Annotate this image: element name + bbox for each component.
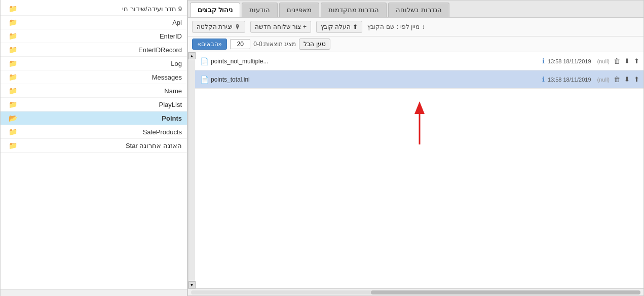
sort-field: שם הקובץ (367, 23, 394, 30)
page-size-input[interactable] (230, 39, 250, 49)
folder-icon-saleproducts: 📁 (9, 128, 17, 136)
action-icons-1: ⬆ ⬇ 🗑 (613, 57, 640, 65)
action-icons-2: ⬆ ⬇ 🗑 (613, 75, 640, 84)
file-name-2: points_total.ini (209, 76, 542, 83)
action-download-2[interactable]: ⬇ (623, 75, 631, 84)
tree-label-log: Log (17, 60, 182, 67)
bottom-scrollbar[interactable] (188, 288, 643, 295)
scroll-up-btn[interactable]: ▲ (188, 52, 196, 59)
red-arrow-svg (407, 99, 432, 150)
file-list-area: 📄 points_not_multiple... ℹ 18/11/2019 13… (188, 52, 643, 295)
folder-icon-enteridrecord: 📁 (9, 46, 17, 54)
tab-notifications[interactable]: הודעות (242, 3, 278, 17)
file-list-scroll[interactable]: 📄 points_not_multiple... ℹ 18/11/2019 13… (195, 52, 643, 288)
info-icon-2[interactable]: ℹ (542, 76, 545, 83)
action-delete-2[interactable]: 🗑 (613, 75, 621, 84)
tree-item-points[interactable]: 📂 Points (1, 112, 187, 125)
upload-label: העלה קובץ (321, 23, 351, 30)
tree-label-points: Points (17, 115, 182, 122)
file-list-inner: 📄 points_not_multiple... ℹ 18/11/2019 13… (188, 52, 643, 288)
vertical-scrollbar[interactable]: ▲ ▼ (188, 52, 195, 288)
tab-mapyenim[interactable]: מאפיינים (279, 3, 319, 17)
file-date-2: 18/11/2019 13:58 (545, 77, 594, 83)
folder-icon-api: 📁 (9, 18, 17, 26)
file-date-1: 18/11/2019 13:58 (545, 58, 594, 64)
file-null-1: (null) (594, 58, 613, 64)
tree-item-room9[interactable]: 📁 9 חדר ועידה/שידור חי (1, 2, 187, 16)
file-null-2: (null) (594, 77, 613, 83)
action-delete-1[interactable]: 🗑 (613, 57, 621, 65)
tree-item-enterid[interactable]: 📁 EnterID (1, 29, 187, 43)
tree-label-saleproducts: SaleProducts (17, 128, 182, 136)
action-share-1[interactable]: ⬆ (633, 57, 640, 65)
tree-container: 📁 9 חדר ועידה/שידור חי 📁 Api 📁 EnterID 📁… (1, 0, 187, 289)
folder-icon-star: 📁 (9, 141, 17, 150)
tree-item-enteridrecord[interactable]: 📁 EnterIDRecord (1, 43, 187, 57)
upload-button[interactable]: ⬆ העלה קובץ (316, 21, 362, 33)
upload-icon: ⬆ (353, 23, 358, 30)
info-icon-1[interactable]: ℹ (542, 57, 545, 65)
tree-item-messages[interactable]: 📁 Messages (1, 70, 187, 84)
prev-button[interactable]: «הבאים» (192, 39, 227, 50)
plus-icon: + (303, 23, 307, 30)
tree-label-api: Api (17, 19, 182, 26)
scroll-track (189, 60, 195, 280)
record-label: יצירת הקלטה (197, 23, 233, 30)
show-all-button[interactable]: טען הכל (299, 39, 330, 50)
folder-icon-log: 📁 (9, 59, 17, 67)
pagination-row: «הבאים» מציג תוצאות:0-0 טען הכל (188, 36, 643, 52)
main-panel: ניהול קבצים הודעות מאפיינים הגדרות מתקדמ… (187, 0, 644, 296)
sort-label-container: ↕ מיין לפי : שם הקובץ (367, 23, 425, 30)
results-info: מציג תוצאות:0-0 (253, 41, 296, 48)
tab-send-settings[interactable]: הגדרות בשלוחה (388, 3, 449, 17)
scroll-down-btn[interactable]: ▼ (188, 281, 196, 288)
tree-item-log[interactable]: 📁 Log (1, 57, 187, 70)
sort-text: מיין לפי (400, 23, 420, 30)
tab-bar: ניהול קבצים הודעות מאפיינים הגדרות מתקדמ… (188, 1, 643, 18)
tree-label-room9: 9 חדר ועידה/שידור חי (17, 5, 182, 13)
new-route-label: צור שלוחה חדשה (255, 23, 301, 30)
tab-file-mgmt[interactable]: ניהול קבצים (190, 3, 240, 17)
arrow-area (195, 89, 643, 160)
tree-item-saleproducts[interactable]: 📁 SaleProducts (1, 125, 187, 139)
toolbar: 🎙 יצירת הקלטה + צור שלוחה חדשה ⬆ העלה קו… (188, 18, 643, 36)
file-icon-1: 📄 (200, 57, 209, 65)
folder-icon-playlist: 📁 (9, 100, 17, 108)
h-scroll-track (191, 290, 640, 294)
tree-item-star[interactable]: 📁 האזנה אחרונה Star (1, 139, 187, 153)
tree-item-playlist[interactable]: 📁 PlayList (1, 98, 187, 112)
file-name-1: points_not_multiple... (209, 58, 542, 65)
folder-icon-room9: 📁 (9, 5, 17, 13)
folder-icon-enterid: 📁 (9, 32, 17, 40)
right-panel: 📁 9 חדר ועידה/שידור חי 📁 Api 📁 EnterID 📁… (0, 0, 187, 296)
folder-icon-points: 📂 (9, 114, 17, 122)
tree-label-enteridrecord: EnterIDRecord (17, 46, 182, 54)
folder-icon-messages: 📁 (9, 73, 17, 81)
new-route-button[interactable]: + צור שלוחה חדשה (250, 21, 311, 33)
action-share-2[interactable]: ⬆ (633, 75, 640, 84)
h-scroll-thumb (371, 290, 640, 294)
mic-icon: 🎙 (235, 23, 241, 30)
tree-label-name: Name (17, 87, 182, 95)
sort-icon: ↕ (422, 23, 425, 30)
tree-label-star: האזנה אחרונה Star (17, 142, 182, 150)
tab-advanced-settings[interactable]: הגדרות מתקדמות (321, 3, 387, 17)
panel-scrollbar[interactable] (1, 289, 187, 296)
file-row-2[interactable]: 📄 points_total.ini ℹ 18/11/2019 13:58 (n… (195, 70, 643, 89)
file-icon-2: 📄 (200, 76, 209, 84)
tree-label-messages: Messages (17, 73, 182, 81)
tree-label-playlist: PlayList (17, 101, 182, 108)
action-download-1[interactable]: ⬇ (623, 57, 631, 65)
tree-item-api[interactable]: 📁 Api (1, 16, 187, 29)
svg-marker-1 (414, 101, 425, 114)
tree-label-enterid: EnterID (17, 32, 182, 40)
folder-icon-name: 📁 (9, 87, 17, 95)
record-button[interactable]: 🎙 יצירת הקלטה (192, 21, 245, 33)
tree-item-name[interactable]: 📁 Name (1, 84, 187, 98)
sort-separator: : (397, 23, 398, 30)
file-row-1[interactable]: 📄 points_not_multiple... ℹ 18/11/2019 13… (195, 52, 643, 70)
